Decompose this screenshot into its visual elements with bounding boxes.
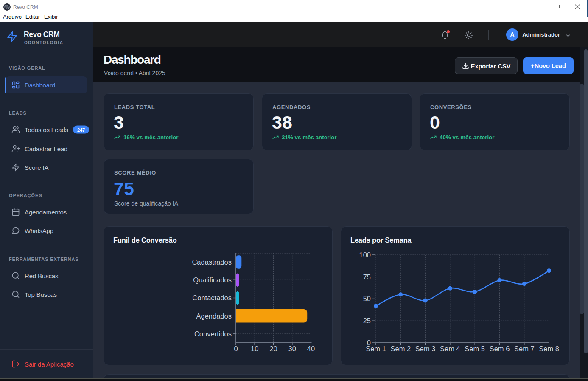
svg-text:Sem 3: Sem 3 (415, 345, 436, 353)
svg-text:20: 20 (269, 345, 277, 353)
svg-text:25: 25 (363, 317, 371, 325)
svg-text:40: 40 (307, 345, 315, 353)
svg-text:10: 10 (251, 345, 258, 353)
svg-text:30: 30 (288, 345, 296, 353)
svg-text:Agendados: Agendados (196, 312, 232, 320)
svg-text:75: 75 (363, 273, 371, 281)
svg-text:Cadastrados: Cadastrados (192, 258, 232, 266)
svg-text:Sem 8: Sem 8 (539, 345, 559, 353)
svg-text:Contactados: Contactados (192, 294, 232, 302)
svg-text:Sem 1: Sem 1 (366, 345, 386, 353)
svg-text:0: 0 (234, 345, 238, 353)
svg-text:Qualificados: Qualificados (193, 276, 232, 284)
svg-text:Sem 2: Sem 2 (390, 345, 411, 353)
svg-text:100: 100 (359, 251, 371, 259)
svg-text:50: 50 (363, 295, 371, 302)
svg-text:Sem 5: Sem 5 (465, 345, 485, 353)
svg-text:Sem 7: Sem 7 (514, 345, 535, 353)
svg-text:Convertidos: Convertidos (194, 330, 232, 338)
svg-text:Sem 4: Sem 4 (440, 345, 460, 353)
svg-text:Sem 6: Sem 6 (490, 345, 510, 353)
